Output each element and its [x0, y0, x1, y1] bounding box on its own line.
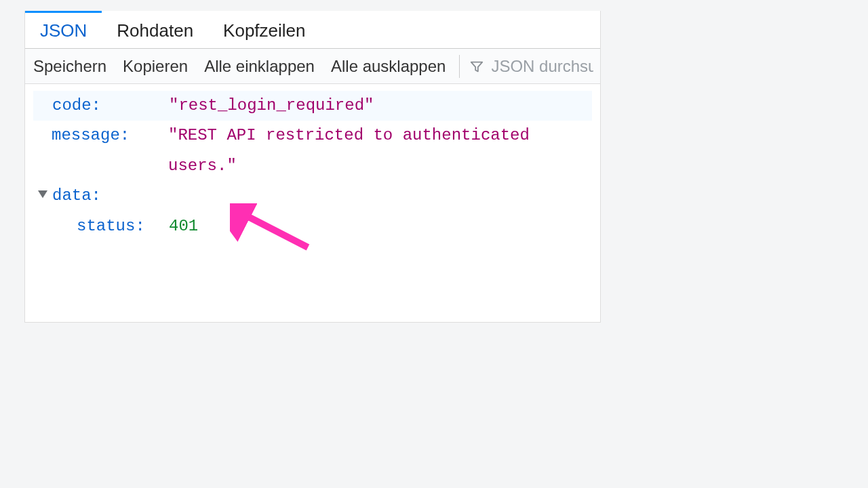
tab-json[interactable]: JSON [25, 11, 102, 48]
search-wrap [462, 57, 600, 76]
json-tree: code: "rest_login_required" message: "RE… [25, 84, 600, 241]
json-row-message[interactable]: message: "REST API restricted to authent… [33, 121, 592, 181]
collapse-all-button[interactable]: Alle einklappen [196, 50, 323, 83]
json-viewer-panel: JSON Rohdaten Kopfzeilen Speichern Kopie… [24, 11, 601, 323]
json-row-status[interactable]: status: 401 [33, 211, 592, 241]
expand-all-button[interactable]: Alle ausklappen [323, 50, 454, 83]
search-input[interactable] [491, 57, 593, 76]
filter-icon [469, 59, 484, 74]
toolbar-separator [459, 55, 460, 78]
copy-button[interactable]: Kopieren [115, 50, 196, 83]
toolbar: Speichern Kopieren Alle einklappen Alle … [25, 49, 600, 84]
svg-marker-0 [38, 190, 47, 198]
json-key: code: [52, 91, 169, 121]
json-string-value: "rest_login_required" [169, 91, 374, 121]
json-key: status: [52, 211, 169, 241]
json-key: message: [52, 121, 168, 150]
tab-headers[interactable]: Kopfzeilen [208, 11, 320, 48]
json-row-data[interactable]: data: [33, 181, 592, 211]
json-string-value: "REST API restricted to authenticated us… [168, 121, 592, 181]
tab-bar: JSON Rohdaten Kopfzeilen [25, 11, 600, 49]
save-button[interactable]: Speichern [25, 50, 115, 83]
json-number-value: 401 [169, 211, 198, 241]
tab-raw[interactable]: Rohdaten [102, 11, 208, 48]
json-row-code[interactable]: code: "rest_login_required" [33, 91, 592, 121]
expand-caret-icon[interactable] [33, 190, 52, 200]
json-key: data: [52, 181, 101, 211]
